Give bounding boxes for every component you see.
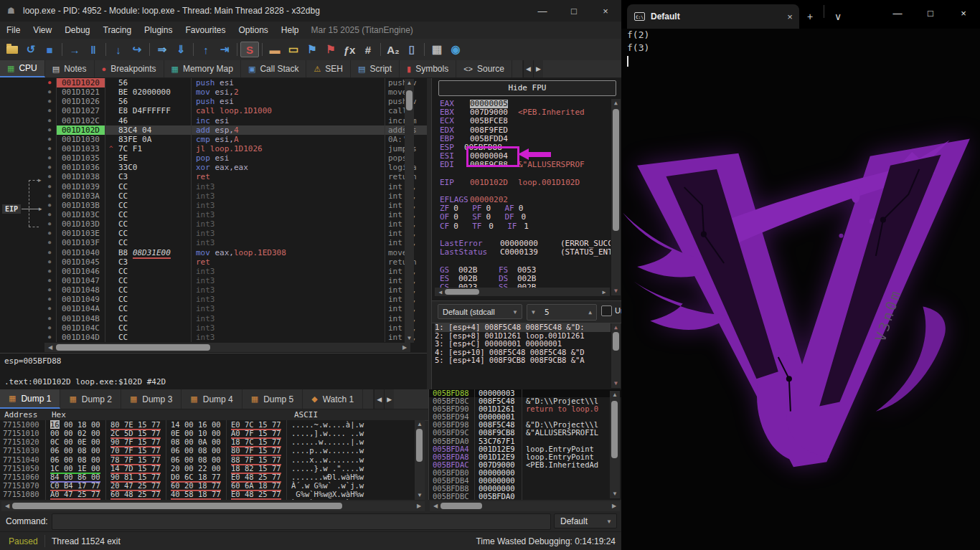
open-file-button[interactable] bbox=[3, 41, 22, 58]
stack-panel[interactable]: 005BFD8800000003005BFD8C008F5C48&"D:\\Pr… bbox=[428, 389, 622, 500]
command-input[interactable] bbox=[52, 513, 551, 530]
terminal-close-button[interactable]: × bbox=[947, 0, 980, 26]
dump-row[interactable]: 7715103006 00 08 0070 7F 15 7706 00 08 0… bbox=[0, 446, 415, 455]
breakpoint-dot[interactable]: ● bbox=[43, 78, 57, 87]
register-row[interactable]: EDI008F9CB8&"ALLUSERSPROF bbox=[440, 161, 611, 169]
row-dot[interactable]: ● bbox=[43, 267, 57, 276]
row-dot[interactable]: ● bbox=[43, 276, 57, 285]
stack-row[interactable]: 005BFDA053C767F1 bbox=[429, 437, 622, 445]
disasm-row[interactable]: ●001D1045C3retreturn bbox=[43, 257, 427, 267]
argument-row[interactable]: 3: [esp+C] 00000001 00000001 bbox=[435, 340, 611, 349]
menu-item-tracing[interactable]: Tracing bbox=[97, 23, 138, 37]
tab-source[interactable]: <>Source bbox=[456, 60, 512, 77]
row-dot[interactable]: ● bbox=[43, 106, 57, 115]
disasm-row[interactable]: ●001D102656push esipush v bbox=[43, 97, 427, 106]
menu-item-view[interactable]: View bbox=[27, 23, 58, 37]
new-tab-button[interactable]: + bbox=[799, 4, 821, 29]
row-dot[interactable]: ● bbox=[43, 323, 57, 333]
stop-button[interactable]: ■ bbox=[40, 41, 59, 58]
terminal-maximize-button[interactable]: □ bbox=[914, 0, 947, 26]
mnemonic-help-button[interactable]: ▯ bbox=[402, 41, 421, 58]
argument-row[interactable]: 2: [esp+8] 001D1261 loop.001D1261 bbox=[435, 332, 611, 341]
tab-scroll-right-arrow[interactable]: ▶ bbox=[533, 60, 543, 77]
tab-scroll-left-arrow[interactable]: ◀ bbox=[374, 389, 384, 409]
argument-row[interactable]: 1: [esp+4] 008F5C48 008F5C48 &"D: bbox=[435, 323, 611, 332]
step-into-button[interactable]: ↓ bbox=[109, 41, 128, 58]
row-dot[interactable]: ● bbox=[43, 163, 57, 172]
disasm-row[interactable]: ●001D103BCCint3int 3, bbox=[43, 201, 427, 210]
row-dot[interactable]: ● bbox=[43, 125, 57, 135]
register-row[interactable]: ZF0PF0AF0 bbox=[440, 204, 611, 213]
scroll-down-arrow[interactable]: ▼ bbox=[405, 335, 414, 342]
register-row[interactable]: OF0SF0DF0 bbox=[440, 213, 611, 222]
register-row[interactable]: ES002BDS002B bbox=[440, 275, 611, 283]
menu-item-options[interactable]: Options bbox=[232, 23, 274, 37]
tab-symbols[interactable]: ▮Symbols bbox=[400, 60, 456, 77]
row-dot[interactable]: ● bbox=[43, 191, 57, 201]
dump-header-address[interactable]: Address bbox=[4, 409, 37, 420]
arguments-view[interactable]: 1: [esp+4] 008F5C48 008F5C48 &"D:2: [esp… bbox=[435, 323, 611, 365]
row-dot[interactable]: ● bbox=[43, 201, 57, 210]
dump-horizontal-scrollbar[interactable]: ◀ ▶ bbox=[1, 501, 425, 511]
label-button[interactable]: ⚑ bbox=[303, 41, 321, 58]
dump-row[interactable]: 77151070C0 B4 17 7720 47 25 7760 20 18 7… bbox=[0, 481, 415, 490]
scroll-left-arrow[interactable]: ◀ bbox=[46, 343, 55, 352]
dump-row[interactable]: 7715101000 00 02 002C 5D 15 770E 00 10 0… bbox=[0, 429, 415, 437]
command-profile-dropdown[interactable]: Default▼ bbox=[554, 513, 617, 528]
register-row[interactable]: EBX007D9000<PEB.Inherited bbox=[440, 108, 611, 117]
row-dot[interactable]: ● bbox=[43, 87, 57, 97]
row-dot[interactable]: ● bbox=[43, 144, 57, 153]
calling-convention-dropdown[interactable]: Default (stdcall▼ bbox=[438, 304, 522, 319]
row-dot[interactable]: ● bbox=[43, 116, 57, 125]
ordinals-button[interactable]: # bbox=[359, 41, 377, 58]
dump-row[interactable]: 771510200C 00 0E 0090 7F 15 7708 00 0A 0… bbox=[0, 437, 415, 446]
pause-button[interactable]: ‖ bbox=[84, 41, 103, 58]
dump-vertical-scrollbar[interactable]: ▲ ▼ bbox=[415, 420, 425, 500]
disasm-horizontal-scrollbar[interactable]: ◀ ▶ bbox=[44, 343, 410, 352]
scroll-left-arrow[interactable]: ◀ bbox=[3, 501, 11, 511]
register-row[interactable]: EBP005BFDD4 bbox=[440, 135, 611, 143]
register-row[interactable]: LastError00000000(ERROR_SUCCES bbox=[440, 240, 611, 248]
scroll-up-arrow[interactable]: ▲ bbox=[405, 80, 414, 87]
dump-header-hex[interactable]: Hex bbox=[52, 409, 66, 420]
argument-row[interactable]: 4: [esp+10] 008F5C48 008F5C48 &"D bbox=[435, 349, 611, 357]
dump-row[interactable]: 7715106084 00 86 0090 81 15 77D0 6C 18 7… bbox=[0, 473, 415, 481]
register-row[interactable]: ECX005BFCE8 bbox=[440, 117, 611, 125]
disasm-row[interactable]: ●001D103083FE 0Acmp esi,A0A:'\ bbox=[43, 135, 427, 144]
stack-row[interactable]: 005BFD9C008F9CB8&"ALLUSERSPROFIL bbox=[429, 429, 622, 437]
tab-scroll-left-arrow[interactable]: ◀ bbox=[523, 60, 533, 77]
row-dot[interactable]: ● bbox=[43, 182, 57, 191]
tab-scroll-right-arrow[interactable]: ▶ bbox=[384, 389, 394, 409]
row-dot[interactable]: ● bbox=[43, 219, 57, 229]
scroll-right-arrow[interactable]: ▶ bbox=[600, 288, 608, 296]
scroll-right-arrow[interactable]: ▶ bbox=[400, 343, 409, 352]
dump-row[interactable]: 7715109060 36 18 7760 6A 18 7750 47 25 7… bbox=[0, 498, 415, 500]
terminal-tab-bar[interactable]: C:\ Default × + ∨ — □ × bbox=[621, 0, 980, 29]
row-dot[interactable]: ● bbox=[43, 238, 57, 247]
disasm-row[interactable]: ●001D102056push esipush v bbox=[43, 78, 427, 87]
row-dot[interactable]: ● bbox=[43, 295, 57, 304]
stack-row[interactable]: 005BFDBC005BFDA0 bbox=[429, 493, 622, 500]
row-dot[interactable]: ● bbox=[43, 97, 57, 106]
menu-item-plugins[interactable]: Plugins bbox=[138, 23, 179, 37]
disasm-row[interactable]: ●001D104BCCint3int 3, bbox=[43, 314, 427, 323]
menu-item-favourites[interactable]: Favourites bbox=[179, 23, 232, 37]
bookmark-button[interactable]: ⚑ bbox=[321, 41, 340, 58]
scroll-left-arrow[interactable]: ◀ bbox=[431, 501, 440, 511]
tab-dump-1[interactable]: ▦Dump 1 bbox=[0, 389, 60, 409]
dump-row[interactable]: 771510501C 00 1E 0014 7D 15 7720 00 22 0… bbox=[0, 464, 415, 473]
calculator-button[interactable]: ▦ bbox=[428, 41, 446, 58]
disasm-row[interactable]: ●001D104DCCint3int 3, bbox=[43, 333, 427, 342]
disasm-row[interactable]: ●001D102D83C4 04add esp,4adds s bbox=[43, 125, 427, 135]
disasm-row[interactable]: ●001D103633C0xor eax,eaxlogica bbox=[43, 163, 427, 172]
step-out-button[interactable]: ⇓ bbox=[171, 41, 190, 58]
disasm-row[interactable]: ●001D1046CCint3int 3, bbox=[43, 267, 427, 276]
register-row[interactable]: EAX00000005 bbox=[440, 100, 611, 108]
tab-close-icon[interactable]: × bbox=[781, 11, 799, 22]
row-dot[interactable]: ● bbox=[43, 314, 57, 323]
font-button[interactable]: A₂ bbox=[384, 41, 402, 58]
disasm-row[interactable]: ●001D1040B8 08D31E00mov eax,loop.1ED308m… bbox=[43, 248, 427, 257]
scroll-up-arrow[interactable]: ▲ bbox=[415, 421, 425, 428]
disasm-row[interactable]: ●001D103ACCint3int 3, bbox=[43, 191, 427, 201]
menu-item-debug[interactable]: Debug bbox=[58, 23, 96, 37]
